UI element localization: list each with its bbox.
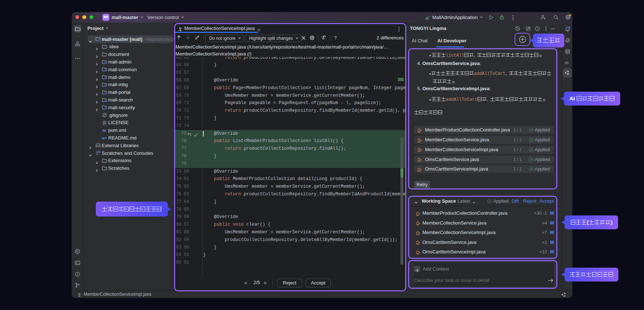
svg-text:?: ? <box>536 27 538 31</box>
svg-text:?: ? <box>334 35 337 41</box>
svg-text:m: m <box>565 60 569 65</box>
svg-text:M: M <box>102 136 105 140</box>
svg-text:m: m <box>102 127 106 133</box>
